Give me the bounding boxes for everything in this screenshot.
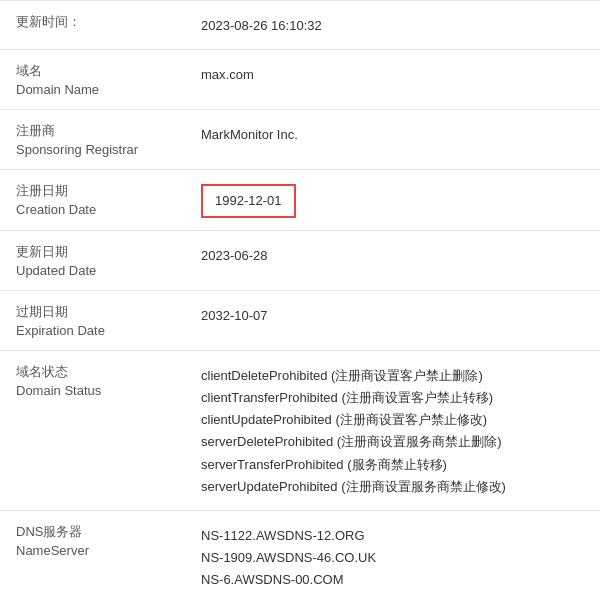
value-line: clientDeleteProhibited (注册商设置客户禁止删除) <box>201 365 584 387</box>
value-col-expiration-date: 2032-10-07 <box>201 303 584 327</box>
value-col-domain-name: max.com <box>201 62 584 86</box>
label-zh-expiration-date: 过期日期 <box>16 303 189 321</box>
label-en-expiration-date: Expiration Date <box>16 323 189 338</box>
label-zh-update-time: 更新时间： <box>16 13 189 31</box>
label-zh-creation-date: 注册日期 <box>16 182 189 200</box>
whois-row-domain-status: 域名状态Domain StatusclientDeleteProhibited … <box>0 351 600 511</box>
whois-row-updated-date: 更新日期Updated Date2023-06-28 <box>0 231 600 291</box>
label-col-domain-name: 域名Domain Name <box>16 62 201 97</box>
label-zh-updated-date: 更新日期 <box>16 243 189 261</box>
label-en-sponsoring-registrar: Sponsoring Registrar <box>16 142 189 157</box>
value-line: NS-1122.AWSDNS-12.ORG <box>201 525 584 547</box>
value-line: clientUpdateProhibited (注册商设置客户禁止修改) <box>201 409 584 431</box>
whois-row-sponsoring-registrar: 注册商Sponsoring RegistrarMarkMonitor Inc. <box>0 110 600 170</box>
value-col-domain-status: clientDeleteProhibited (注册商设置客户禁止删除)clie… <box>201 363 584 498</box>
label-col-nameserver: DNS服务器NameServer <box>16 523 201 558</box>
label-col-creation-date: 注册日期Creation Date <box>16 182 201 217</box>
label-en-domain-status: Domain Status <box>16 383 189 398</box>
label-en-nameserver: NameServer <box>16 543 189 558</box>
label-zh-domain-status: 域名状态 <box>16 363 189 381</box>
whois-row-update-time: 更新时间：2023-08-26 16:10:32 <box>0 0 600 50</box>
label-col-expiration-date: 过期日期Expiration Date <box>16 303 201 338</box>
value-col-nameserver: NS-1122.AWSDNS-12.ORGNS-1909.AWSDNS-46.C… <box>201 523 584 592</box>
value-line: serverDeleteProhibited (注册商设置服务商禁止删除) <box>201 431 584 453</box>
whois-row-expiration-date: 过期日期Expiration Date2032-10-07 <box>0 291 600 351</box>
value-col-update-time: 2023-08-26 16:10:32 <box>201 13 584 37</box>
whois-row-nameserver: DNS服务器NameServerNS-1122.AWSDNS-12.ORGNS-… <box>0 511 600 592</box>
label-col-sponsoring-registrar: 注册商Sponsoring Registrar <box>16 122 201 157</box>
label-zh-nameserver: DNS服务器 <box>16 523 189 541</box>
whois-row-creation-date: 注册日期Creation Date1992-12-01 <box>0 170 600 231</box>
whois-container: 更新时间：2023-08-26 16:10:32域名Domain Namemax… <box>0 0 600 592</box>
whois-row-domain-name: 域名Domain Namemax.com <box>0 50 600 110</box>
value-col-creation-date: 1992-12-01 <box>201 182 584 218</box>
value-col-sponsoring-registrar: MarkMonitor Inc. <box>201 122 584 146</box>
label-col-update-time: 更新时间： <box>16 13 201 33</box>
value-line: NS-6.AWSDNS-00.COM <box>201 569 584 591</box>
highlighted-value-creation-date: 1992-12-01 <box>201 184 296 218</box>
value-line: clientTransferProhibited (注册商设置客户禁止转移) <box>201 387 584 409</box>
label-en-updated-date: Updated Date <box>16 263 189 278</box>
label-en-domain-name: Domain Name <box>16 82 189 97</box>
value-col-updated-date: 2023-06-28 <box>201 243 584 267</box>
label-zh-sponsoring-registrar: 注册商 <box>16 122 189 140</box>
label-col-updated-date: 更新日期Updated Date <box>16 243 201 278</box>
label-zh-domain-name: 域名 <box>16 62 189 80</box>
value-line: serverTransferProhibited (服务商禁止转移) <box>201 454 584 476</box>
label-col-domain-status: 域名状态Domain Status <box>16 363 201 398</box>
label-en-creation-date: Creation Date <box>16 202 189 217</box>
value-line: NS-1909.AWSDNS-46.CO.UK <box>201 547 584 569</box>
value-line: serverUpdateProhibited (注册商设置服务商禁止修改) <box>201 476 584 498</box>
